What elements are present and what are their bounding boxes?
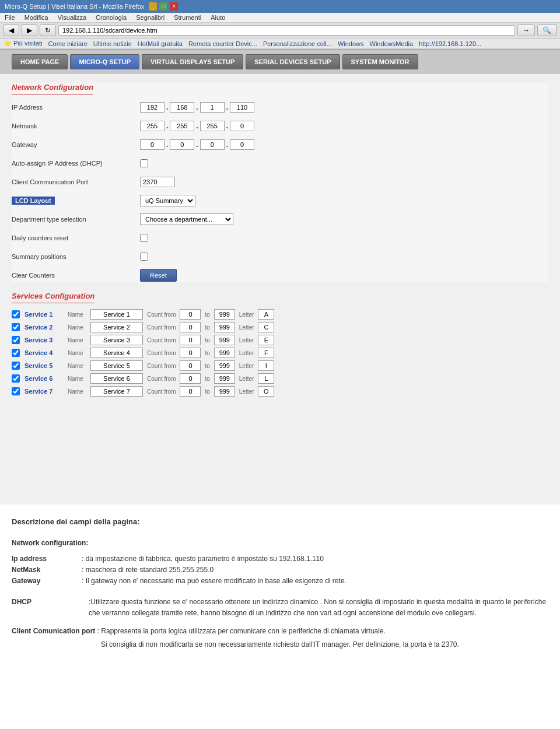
service-name-input-7[interactable] [90, 386, 143, 397]
lcd-dropdown[interactable]: uQ Summary Custom [140, 195, 195, 206]
count-from-input-5[interactable] [180, 360, 201, 371]
menu-modifica[interactable]: Modifica [24, 14, 48, 21]
count-to-input-6[interactable] [214, 373, 235, 384]
menu-cronologia[interactable]: Cronologia [96, 14, 127, 21]
service-checkbox-3[interactable] [12, 336, 20, 344]
address-bar[interactable] [58, 25, 515, 36]
service-label-6: Service 6 [24, 375, 65, 382]
gateway-octet-1[interactable] [140, 139, 164, 150]
bookmark-remota[interactable]: Remota counter Devic... [188, 40, 257, 47]
letter-input-4[interactable] [258, 348, 274, 358]
count-to-input-3[interactable] [214, 335, 235, 345]
nav-system-monitor[interactable]: SYSTEM MONITOR [342, 54, 418, 69]
count-from-input-3[interactable] [180, 335, 201, 345]
count-to-input-1[interactable] [214, 309, 235, 320]
port-label: Client Communication Port [12, 178, 140, 185]
letter-input-7[interactable] [258, 386, 274, 397]
service-name-input-2[interactable] [90, 322, 143, 332]
back-button[interactable]: ◀ [4, 24, 19, 36]
services-config-title: Services Configuration [12, 292, 94, 303]
count-from-input-1[interactable] [180, 309, 201, 320]
ip-octet-1[interactable] [140, 102, 164, 113]
letter-input-1[interactable] [258, 309, 274, 320]
letter-input-6[interactable] [258, 373, 274, 384]
maximize-button[interactable]: □ [159, 2, 167, 10]
service-name-input-1[interactable] [90, 309, 143, 320]
nav-micro-q-setup[interactable]: MICRO-Q SETUP [70, 54, 139, 69]
gateway-octet-3[interactable] [200, 139, 225, 150]
service-label-5: Service 5 [24, 362, 65, 369]
service-checkbox-5[interactable] [12, 362, 20, 370]
to-label-1: to [205, 311, 209, 318]
letter-input-5[interactable] [258, 360, 274, 371]
service-checkbox-4[interactable] [12, 349, 20, 357]
service-name-input-5[interactable] [90, 360, 143, 371]
nav-virtual-displays[interactable]: VIRTUAL DISPLAYS SETUP [142, 54, 243, 69]
count-from-input-7[interactable] [180, 386, 201, 397]
ip-octet-3[interactable] [200, 102, 225, 113]
bookmark-ip[interactable]: http://192.168.1.120... [419, 40, 481, 47]
service-checkbox-2[interactable] [12, 323, 20, 331]
service-name-input-6[interactable] [90, 373, 143, 384]
close-button[interactable]: × [170, 2, 178, 10]
ip-octet-2[interactable] [170, 102, 194, 113]
search-button[interactable]: 🔍 [537, 24, 556, 36]
minimize-button[interactable]: _ [149, 2, 157, 10]
nav-home-page[interactable]: HOME PAGE [12, 54, 68, 69]
count-from-input-6[interactable] [180, 373, 201, 384]
port-input[interactable] [140, 177, 175, 187]
app-container: HOME PAGE MICRO-Q SETUP VIRTUAL DISPLAYS… [0, 50, 560, 504]
forward-button[interactable]: ▶ [22, 24, 37, 36]
netmask-octet-1[interactable] [140, 121, 164, 131]
menu-file[interactable]: File [5, 14, 15, 21]
count-to-input-7[interactable] [214, 386, 235, 397]
count-from-input-2[interactable] [180, 322, 201, 332]
netmask-octet-4[interactable] [230, 121, 254, 131]
gateway-octet-2[interactable] [170, 139, 194, 150]
service-name-input-3[interactable] [90, 335, 143, 345]
to-label-2: to [205, 324, 209, 331]
bookmark-come-iniziare[interactable]: Come iniziare [48, 40, 88, 47]
dept-dropdown[interactable]: Choose a department... [140, 213, 233, 225]
daily-reset-value [140, 234, 148, 242]
menu-strumenti[interactable]: Strumenti [174, 14, 201, 21]
bookmark-hotmail[interactable]: HotMail gratuita [138, 40, 183, 47]
count-to-input-4[interactable] [214, 348, 235, 358]
service-checkbox-7[interactable] [12, 387, 20, 395]
service-checkbox-1[interactable] [12, 310, 20, 318]
port-desc-section: Client Comunication port : Rappresenta l… [12, 626, 548, 650]
letter-input-3[interactable] [258, 335, 274, 345]
bookmark-personalizzazione[interactable]: Personalizzazione coll... [263, 40, 332, 47]
bookmark-piu-visitati[interactable]: ⭐ Più visitati [4, 40, 43, 47]
gateway-dot-1: . [166, 141, 168, 149]
count-to-input-2[interactable] [214, 322, 235, 332]
count-to-input-5[interactable] [214, 360, 235, 371]
service-name-input-4[interactable] [90, 348, 143, 358]
menu-aiuto[interactable]: Aiuto [211, 14, 225, 21]
gateway-octet-4[interactable] [230, 139, 254, 150]
network-config-subtitle: Network configuration: [12, 538, 548, 549]
service-row-7: Service 7 Name Count from to Letter [12, 386, 548, 397]
dhcp-checkbox[interactable] [140, 159, 148, 167]
menu-visualizza[interactable]: Visualizza [58, 14, 86, 21]
letter-input-2[interactable] [258, 322, 274, 332]
bookmark-windows[interactable]: Windows [338, 40, 364, 47]
reload-button[interactable]: ↻ [40, 24, 56, 36]
count-from-input-4[interactable] [180, 348, 201, 358]
netmask-octet-3[interactable] [200, 121, 225, 131]
summary-checkbox[interactable] [140, 253, 148, 261]
bookmark-windowsmedia[interactable]: WindowsMedia [370, 40, 414, 47]
nav-serial-devices[interactable]: SERIAL DEVICES SETUP [246, 54, 340, 69]
go-button[interactable]: → [517, 24, 535, 36]
reset-button[interactable]: Reset [140, 269, 177, 282]
menu-segnalibri[interactable]: Segnalibri [136, 14, 164, 21]
service-checkbox-6[interactable] [12, 374, 20, 383]
bookmark-ultime-notizie[interactable]: Ultime notizie [93, 40, 132, 47]
lcd-label: LCD Layout [12, 197, 140, 204]
daily-reset-checkbox[interactable] [140, 234, 148, 242]
netmask-octet-2[interactable] [170, 121, 194, 131]
gateway-row: Gateway . . . [12, 138, 548, 152]
ip-octet-4[interactable] [230, 102, 254, 113]
service-label-7: Service 7 [24, 388, 65, 395]
letter-label-5: Letter [239, 363, 254, 369]
